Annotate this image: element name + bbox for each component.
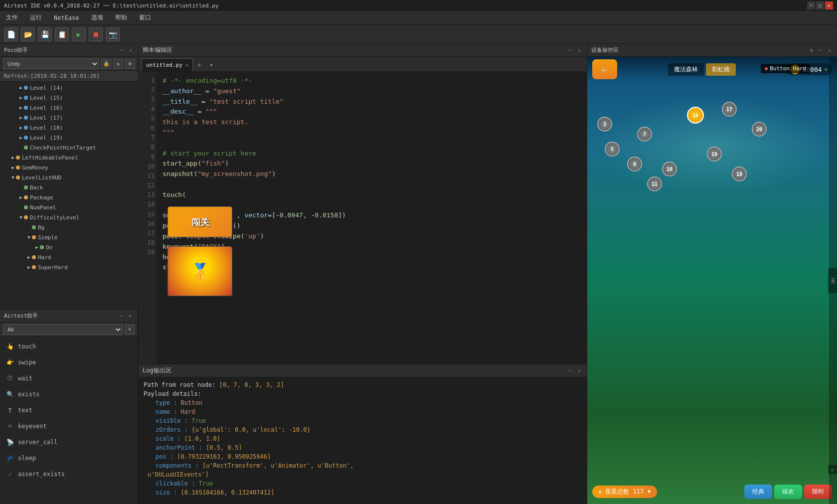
level-node-5[interactable]: 5: [605, 142, 620, 157]
tree-node-icon: [32, 235, 36, 239]
airtest-item-wait[interactable]: ⏱ wait: [0, 370, 138, 386]
level-node-3[interactable]: 3: [597, 117, 612, 132]
log-close-btn[interactable]: ✕: [576, 367, 583, 374]
airtest-item-exists[interactable]: 🔍 exists: [0, 386, 138, 402]
game-back-btn[interactable]: ←: [592, 59, 617, 79]
airtest-item-label: exists: [18, 391, 39, 398]
save-as-button[interactable]: 📋: [55, 27, 69, 41]
device-right-handle[interactable]: [829, 57, 837, 504]
script-editor-close-btn[interactable]: ✕: [576, 47, 583, 54]
script-editor-minimize-btn[interactable]: ─: [567, 47, 574, 54]
poco-refresh-btn[interactable]: ↻: [113, 59, 123, 69]
level-node-20[interactable]: 20: [752, 122, 767, 137]
device-minimize-btn[interactable]: ─: [817, 47, 824, 54]
titlebar-controls: ─ □ ✕: [807, 1, 833, 9]
poco-close-btn[interactable]: ✕: [127, 47, 134, 54]
tab-untitled-py[interactable]: untitled.py ✕: [142, 58, 193, 71]
tab-menu-button[interactable]: ▾: [206, 59, 217, 70]
airtest-add-btn[interactable]: +: [125, 325, 135, 335]
airtest-item-text[interactable]: T text: [0, 402, 138, 418]
menu-netease[interactable]: NetEase: [52, 13, 81, 22]
airtest-close-btn[interactable]: ✕: [127, 313, 134, 320]
list-item[interactable]: ▶ Level (14): [0, 83, 138, 93]
level-node-16[interactable]: 16: [687, 107, 704, 124]
list-item[interactable]: CheckPointHintTarget: [0, 143, 138, 153]
tree-node-icon: [40, 245, 44, 249]
add-coins-icon[interactable]: +: [824, 65, 828, 73]
game-tab-label: 彩虹礁: [712, 66, 730, 73]
list-item[interactable]: ▶ Level (19): [0, 133, 138, 143]
menu-window[interactable]: 窗口: [137, 12, 153, 23]
airtest-item-touch[interactable]: 👆 touch: [0, 338, 138, 354]
tab-add-button[interactable]: +: [194, 59, 205, 70]
list-item[interactable]: NumPanel: [0, 202, 138, 212]
left-container: Poco助手 ─ ✕ Unity Android iOS 🔒 ↻ ⚙ Refre…: [0, 44, 139, 504]
airtest-item-sleep[interactable]: 💤 sleep: [0, 450, 138, 466]
poco-lock-btn[interactable]: 🔒: [101, 59, 111, 69]
new-button[interactable]: 📄: [4, 27, 18, 41]
list-item[interactable]: ▶ LeftHideablePanel: [0, 153, 138, 163]
list-item[interactable]: ▼ LevelListHUD: [0, 172, 138, 182]
device-grid-btn[interactable]: ⊞: [808, 47, 815, 54]
level-node-11[interactable]: 11: [647, 176, 662, 191]
menu-help[interactable]: 帮助: [113, 12, 129, 23]
maximize-button[interactable]: □: [816, 1, 824, 9]
menu-run[interactable]: 运行: [28, 12, 44, 23]
list-item[interactable]: ▶ Level (16): [0, 103, 138, 113]
level-node-9[interactable]: 9: [627, 157, 642, 171]
code-editor-area[interactable]: 12345 678910 1112131415 16171819 # -*- e…: [139, 72, 587, 364]
list-item[interactable]: ▶ SuperHard: [0, 262, 138, 272]
game-tab-rainbow-reef[interactable]: 彩虹礁: [706, 63, 736, 76]
airtest-item-server-call[interactable]: 📡 server_call: [0, 434, 138, 450]
mode-classic-btn[interactable]: 经典: [744, 485, 772, 499]
list-item[interactable]: ▼ DifficultyLevel: [0, 212, 138, 222]
tree-view[interactable]: ▶ Level (14) ▶ Level (15) ▶ Level (16): [0, 82, 138, 309]
device-screen[interactable]: ← 魔法森林 彩虹礁 30004 +: [587, 57, 837, 504]
save-button[interactable]: 💾: [38, 27, 52, 41]
device-close-btn[interactable]: ✕: [826, 47, 833, 54]
server-call-icon: 📡: [6, 438, 14, 446]
airtest-minimize-btn[interactable]: ─: [118, 313, 125, 320]
mode-easy-btn[interactable]: 练欢: [774, 485, 802, 499]
tree-arrow-icon: ▶: [10, 155, 16, 160]
poco-minimize-btn[interactable]: ─: [118, 47, 125, 54]
list-item[interactable]: ▶ GemMoney: [0, 163, 138, 172]
poco-platform-dropdown[interactable]: Unity Android iOS: [3, 58, 99, 69]
tree-item-label: Simple: [38, 234, 58, 241]
screenshot-button[interactable]: 📷: [106, 27, 120, 41]
list-item[interactable]: ▶ Level (17): [0, 113, 138, 123]
list-item[interactable]: ▼ Simple: [0, 232, 138, 242]
tree-node-icon: [16, 156, 20, 160]
level-node-17[interactable]: 17: [722, 102, 737, 117]
open-button[interactable]: 📂: [21, 27, 35, 41]
list-item[interactable]: Bg: [0, 222, 138, 232]
game-tab-label: 魔法森林: [674, 66, 698, 73]
airtest-item-keyevent[interactable]: ⌨ keyevent: [0, 418, 138, 434]
airtest-filter-dropdown[interactable]: All Touch Assert: [3, 324, 123, 335]
log-minimize-btn[interactable]: ─: [567, 367, 574, 374]
menu-options[interactable]: 选项: [89, 12, 105, 23]
stop-button[interactable]: ⏹: [89, 27, 103, 41]
game-tab-magic-forest[interactable]: 魔法森林: [668, 63, 704, 76]
list-item[interactable]: ▶ On: [0, 242, 138, 252]
list-item[interactable]: ▶ Level (18): [0, 123, 138, 133]
menu-file[interactable]: 文件: [4, 12, 20, 23]
minimize-button[interactable]: ─: [807, 1, 815, 9]
airtest-item-assert-exists[interactable]: ✓ assert_exists: [0, 466, 138, 482]
run-button[interactable]: ▶: [72, 27, 86, 41]
airtest-item-swipe[interactable]: 👉 swipe: [0, 354, 138, 370]
list-item[interactable]: ▶ Level (15): [0, 93, 138, 103]
list-item[interactable]: ▶ Package: [0, 192, 138, 202]
level-node-10[interactable]: 10: [662, 162, 677, 176]
airtest-panel: Airtest助手 ─ ✕ All Touch Assert + 👆 touch: [0, 310, 138, 504]
level-node-18[interactable]: 18: [732, 167, 747, 181]
text-icon: T: [6, 406, 14, 414]
list-item[interactable]: ▶ Hard: [0, 252, 138, 262]
level-node-7[interactable]: 7: [637, 127, 652, 142]
level-node-19[interactable]: 19: [707, 147, 722, 162]
tab-close-icon[interactable]: ✕: [185, 62, 188, 68]
poco-settings-btn[interactable]: ⚙: [125, 59, 135, 69]
list-item[interactable]: Back: [0, 182, 138, 192]
mode-limit-btn[interactable]: 限时: [804, 485, 832, 499]
close-button[interactable]: ✕: [825, 1, 833, 9]
